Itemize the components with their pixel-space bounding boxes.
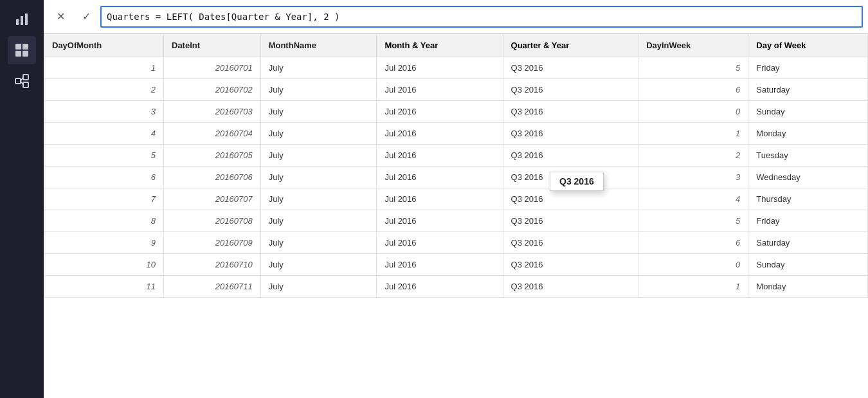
table-row: 120160701JulyJul 2016Q3 20165Friday (44, 57, 868, 79)
cell-dayofweek: Monday (748, 276, 868, 298)
cancel-button[interactable]: ✕ (49, 5, 72, 28)
cell-dateint: 20160709 (164, 232, 261, 254)
cell-dayofweek: Thursday (748, 188, 868, 210)
table-row: 320160703JulyJul 2016Q3 20160Sunday (44, 101, 868, 123)
table-row: 520160705JulyJul 2016Q3 20162Tuesday (44, 145, 868, 167)
table-row: 720160707JulyJul 2016Q3 20164Thursday (44, 188, 868, 210)
table-row: 1020160710JulyJul 2016Q3 20160Sunday (44, 254, 868, 276)
confirm-icon: ✓ (82, 10, 91, 23)
svg-rect-7 (15, 78, 21, 84)
col-header-dayofmonth: DayOfMonth (44, 34, 164, 57)
cell-monthname: July (260, 57, 377, 79)
cell-dateint: 20160707 (164, 188, 261, 210)
col-header-monthyear: Month & Year (377, 34, 503, 57)
cell-monthyear: Jul 2016 (377, 210, 503, 232)
cell-quarteryear: Q3 2016 (503, 232, 638, 254)
cell-quarteryear: Q3 2016 (503, 57, 638, 79)
cell-dateint: 20160703 (164, 101, 261, 123)
cell-quarteryear: Q3 2016 (503, 123, 638, 145)
cell-dayinweek: 5 (638, 57, 748, 79)
cell-monthyear: Jul 2016 (377, 188, 503, 210)
cell-monthname: July (260, 276, 377, 298)
col-header-quarteryear: Quarter & Year (503, 34, 638, 57)
cell-dayofmonth: 11 (44, 276, 164, 298)
cancel-icon: ✕ (57, 10, 65, 23)
col-header-dayofweek: Day of Week (748, 34, 868, 57)
svg-rect-4 (23, 44, 28, 50)
cell-monthyear: Jul 2016 (377, 145, 503, 167)
sidebar-item-model[interactable] (8, 67, 36, 95)
cell-dateint: 20160702 (164, 79, 261, 101)
cell-dayofmonth: 10 (44, 254, 164, 276)
cell-dayofmonth: 9 (44, 232, 164, 254)
formula-input[interactable] (100, 6, 863, 28)
sidebar-item-report[interactable] (8, 5, 36, 33)
table-row: 1120160711JulyJul 2016Q3 20161Monday (44, 276, 868, 298)
svg-rect-0 (16, 19, 19, 25)
table-row: 220160702JulyJul 2016Q3 20166Saturday (44, 79, 868, 101)
table-row: 920160709JulyJul 2016Q3 20166Saturday (44, 232, 868, 254)
cell-dayinweek: 4 (638, 188, 748, 210)
col-header-dateint: DateInt (164, 34, 261, 57)
svg-rect-2 (25, 14, 28, 25)
cell-dayinweek: 1 (638, 276, 748, 298)
confirm-button[interactable]: ✓ (75, 5, 98, 28)
cell-monthyear: Jul 2016 (377, 254, 503, 276)
table-row: 620160706JulyJul 2016Q3 20163Wednesday (44, 167, 868, 188)
cell-dayinweek: 0 (638, 101, 748, 123)
cell-quarteryear: Q3 2016 (503, 167, 638, 188)
table-row: 420160704JulyJul 2016Q3 20161Monday (44, 123, 868, 145)
cell-monthyear: Jul 2016 (377, 232, 503, 254)
svg-rect-9 (23, 82, 28, 87)
cell-dayofweek: Monday (748, 123, 868, 145)
cell-dayofweek: Wednesday (748, 167, 868, 188)
cell-dayofweek: Tuesday (748, 145, 868, 167)
cell-monthname: July (260, 188, 377, 210)
cell-dateint: 20160705 (164, 145, 261, 167)
cell-quarteryear: Q3 2016 (503, 210, 638, 232)
cell-dayofmonth: 8 (44, 210, 164, 232)
cell-monthname: July (260, 145, 377, 167)
cell-monthname: July (260, 167, 377, 188)
cell-dayofweek: Sunday (748, 101, 868, 123)
cell-dayofmonth: 5 (44, 145, 164, 167)
cell-quarteryear: Q3 2016 (503, 276, 638, 298)
svg-rect-5 (15, 51, 21, 57)
formula-bar: ✕ ✓ (44, 0, 868, 33)
cell-dayofweek: Sunday (748, 254, 868, 276)
cell-monthyear: Jul 2016 (377, 167, 503, 188)
table-body: 120160701JulyJul 2016Q3 20165Friday22016… (44, 57, 868, 298)
cell-quarteryear: Q3 2016 (503, 254, 638, 276)
cell-dayinweek: 3 (638, 167, 748, 188)
cell-quarteryear: Q3 2016 (503, 79, 638, 101)
cell-monthname: July (260, 210, 377, 232)
cell-dayofweek: Friday (748, 210, 868, 232)
cell-dayinweek: 6 (638, 232, 748, 254)
cell-monthyear: Jul 2016 (377, 79, 503, 101)
main-content: ✕ ✓ DayOfMonthDateIntMonthNameMonth & Ye… (44, 0, 868, 398)
cell-quarteryear: Q3 2016 (503, 145, 638, 167)
data-table: DayOfMonthDateIntMonthNameMonth & YearQu… (44, 33, 868, 298)
table-header-row: DayOfMonthDateIntMonthNameMonth & YearQu… (44, 34, 868, 57)
cell-dayofweek: Saturday (748, 79, 868, 101)
cell-monthname: July (260, 254, 377, 276)
cell-dayofmonth: 4 (44, 123, 164, 145)
cell-dayofmonth: 2 (44, 79, 164, 101)
cell-dayofmonth: 1 (44, 57, 164, 79)
cell-monthname: July (260, 123, 377, 145)
svg-rect-6 (23, 51, 28, 57)
svg-rect-1 (21, 16, 23, 25)
cell-dateint: 20160710 (164, 254, 261, 276)
cell-monthname: July (260, 101, 377, 123)
cell-dayinweek: 1 (638, 123, 748, 145)
svg-rect-3 (15, 44, 21, 50)
cell-quarteryear: Q3 2016 (503, 101, 638, 123)
cell-monthyear: Jul 2016 (377, 57, 503, 79)
cell-dayinweek: 0 (638, 254, 748, 276)
cell-dayofmonth: 7 (44, 188, 164, 210)
sidebar-item-data[interactable] (8, 36, 36, 64)
cell-dateint: 20160711 (164, 276, 261, 298)
table-container: DayOfMonthDateIntMonthNameMonth & YearQu… (44, 33, 868, 398)
table-row: 820160708JulyJul 2016Q3 20165Friday (44, 210, 868, 232)
cell-monthyear: Jul 2016 (377, 101, 503, 123)
